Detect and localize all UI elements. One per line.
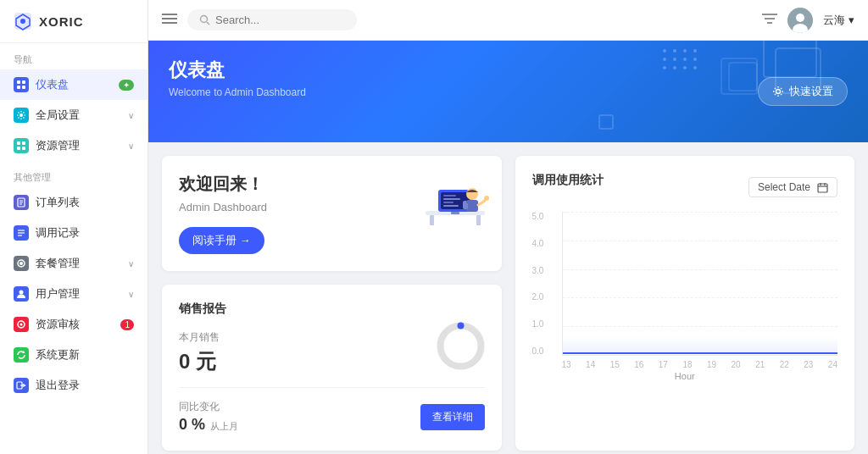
dropdown-arrow-icon: ▾ (849, 14, 854, 26)
username-display[interactable]: 云海 ▾ (823, 13, 854, 28)
svg-rect-3 (17, 80, 20, 84)
sales-donut (433, 318, 488, 376)
svg-point-23 (20, 324, 23, 326)
svg-line-30 (207, 22, 209, 25)
date-picker[interactable]: Select Date (748, 177, 837, 197)
svg-point-21 (19, 291, 24, 295)
svg-rect-43 (451, 212, 459, 214)
sidebar: XORIC 导航 仪表盘 ✦ 全局设置 ∨ 资源管理 ∨ 其他管理 订单列表 调… (0, 0, 148, 454)
sidebar-item-system-update[interactable]: 系统更新 (0, 340, 147, 370)
sidebar-other-label: 其他管理 (0, 161, 147, 187)
packages-icon (14, 256, 29, 271)
svg-rect-53 (818, 184, 827, 192)
svg-point-7 (19, 114, 23, 117)
sidebar-item-api-logs[interactable]: 调用记录 (0, 218, 147, 248)
topbar: 云海 ▾ (148, 0, 868, 41)
sidebar-item-resource-mgmt-label: 资源管理 (36, 138, 128, 153)
sidebar-item-resource-mgmt[interactable]: 资源管理 ∨ (0, 130, 147, 161)
chart-x-title: Hour (675, 371, 695, 381)
resource-audit-badge: 1 (120, 319, 134, 330)
quick-settings-button[interactable]: 快速设置 (758, 77, 848, 106)
detail-button[interactable]: 查看详细 (420, 404, 485, 430)
resource-mgmt-icon (14, 138, 29, 153)
user-mgmt-arrow: ∨ (128, 290, 134, 299)
header-dots (663, 49, 698, 69)
collapse-button[interactable] (162, 13, 177, 28)
sidebar-item-global-settings-label: 全局设置 (36, 108, 128, 123)
grid-line-5 (563, 326, 838, 327)
sidebar-item-dashboard-label: 仪表盘 (36, 77, 115, 92)
welcome-illustration (417, 164, 493, 228)
sidebar-item-global-settings[interactable]: 全局设置 ∨ (0, 100, 147, 130)
resource-audit-icon (14, 317, 29, 332)
search-box[interactable] (187, 9, 357, 30)
sidebar-item-logout[interactable]: 退出登录 (0, 370, 147, 401)
packages-arrow: ∨ (128, 259, 134, 269)
read-manual-button[interactable]: 阅读手册 → (179, 227, 264, 254)
chart-fill (563, 337, 838, 354)
chart-plot (562, 212, 838, 356)
grid-line-1 (563, 212, 838, 213)
sidebar-item-packages-label: 套餐管理 (36, 256, 128, 271)
sales-change-suffix: 从上月 (210, 420, 238, 433)
dashboard-icon (14, 77, 29, 92)
page-subtitle: Welcome to Admin Dashboard (169, 86, 848, 98)
svg-rect-39 (430, 215, 434, 225)
sidebar-item-packages[interactable]: 套餐管理 ∨ (0, 248, 147, 279)
global-settings-arrow: ∨ (128, 111, 134, 120)
gear-icon (772, 86, 784, 97)
chart-x-labels: 13 14 15 16 17 18 19 20 21 22 23 24 (562, 360, 838, 369)
sales-change-label: 同比变化 (179, 400, 238, 414)
welcome-card: 欢迎回来！ Admin Dashboard 阅读手册 → (162, 156, 502, 271)
sidebar-item-user-mgmt[interactable]: 用户管理 ∨ (0, 279, 147, 309)
svg-rect-44 (443, 195, 456, 197)
sidebar-item-orders[interactable]: 订单列表 (0, 187, 147, 218)
svg-point-52 (484, 196, 489, 201)
grid-line-4 (563, 297, 838, 298)
svg-point-2 (20, 19, 25, 24)
sidebar-logo: XORIC (0, 0, 147, 43)
svg-rect-9 (22, 141, 25, 145)
grid-line-3 (563, 269, 838, 270)
sidebar-item-dashboard[interactable]: 仪表盘 ✦ (0, 69, 147, 100)
svg-rect-11 (22, 147, 25, 150)
svg-rect-46 (443, 202, 453, 203)
svg-rect-51 (466, 201, 470, 203)
svg-rect-8 (17, 141, 20, 145)
sidebar-item-system-update-label: 系统更新 (36, 347, 134, 363)
sales-change-section: 同比变化 0 % 从上月 (179, 400, 238, 434)
sidebar-nav-label: 导航 (0, 43, 147, 69)
svg-rect-5 (17, 86, 20, 89)
api-logs-icon (14, 225, 29, 241)
svg-rect-10 (17, 147, 20, 150)
filter-icon[interactable] (762, 13, 777, 28)
svg-rect-4 (22, 80, 25, 84)
svg-rect-45 (443, 198, 460, 200)
dashboard-grid: 欢迎回来！ Admin Dashboard 阅读手册 → 调用使用统计 Sele… (148, 142, 868, 454)
sidebar-item-user-mgmt-label: 用户管理 (36, 286, 128, 302)
calendar-icon (817, 182, 828, 193)
svg-point-35 (796, 14, 804, 22)
logo-icon (14, 12, 32, 30)
page-content: 仪表盘 Welcome to Admin Dashboard 快速设置 (148, 41, 868, 454)
global-settings-icon (14, 108, 29, 123)
sidebar-item-resource-audit-label: 资源审核 (36, 317, 117, 332)
sales-card: 销售报告 本月销售 0 元 同比变化 (162, 285, 502, 451)
search-input[interactable] (215, 14, 334, 26)
sidebar-item-orders-label: 订单列表 (36, 195, 134, 210)
sidebar-item-resource-audit[interactable]: 资源审核 1 (0, 309, 147, 340)
date-picker-label: Select Date (758, 181, 810, 193)
svg-rect-47 (443, 205, 459, 207)
grid-line-2 (563, 241, 838, 241)
topbar-right: 云海 ▾ (762, 8, 854, 33)
api-usage-title: 调用使用统计 (532, 173, 604, 188)
main-area: 云海 ▾ 仪表盘 Welcome to Admin Dashboard 快速设置 (148, 0, 868, 454)
svg-point-57 (440, 326, 481, 367)
user-mgmt-icon (14, 286, 29, 302)
sales-change-value: 0 % (179, 416, 205, 434)
page-title: 仪表盘 (169, 58, 848, 83)
sales-footer: 同比变化 0 % 从上月 查看详细 (179, 400, 485, 434)
header-deco-box-2 (728, 62, 758, 91)
logo-text: XORIC (39, 14, 84, 29)
search-icon (199, 14, 210, 25)
